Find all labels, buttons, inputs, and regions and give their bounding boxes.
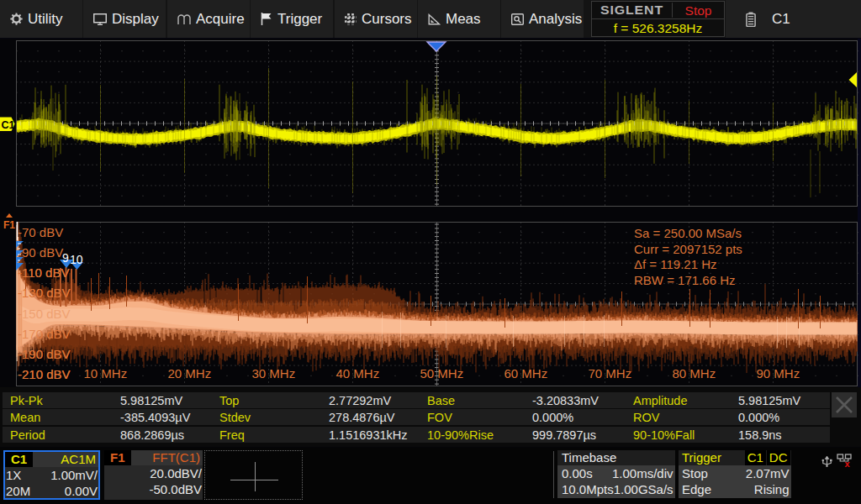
- svg-text:40 MHz: 40 MHz: [336, 366, 380, 381]
- svg-text:90 MHz: 90 MHz: [757, 366, 800, 381]
- svg-text:Curr = 2097152 pts: Curr = 2097152 pts: [634, 242, 742, 256]
- svg-text:C1: C1: [2, 119, 15, 131]
- svg-text:x: x: [845, 459, 851, 467]
- svg-text:60 MHz: 60 MHz: [504, 366, 548, 381]
- svg-text:10: 10: [70, 253, 83, 266]
- svg-text:Δf = 119.21 Hz: Δf = 119.21 Hz: [634, 257, 717, 271]
- svg-text:70 MHz: 70 MHz: [589, 366, 632, 381]
- svg-text:-90 dBV: -90 dBV: [18, 245, 63, 260]
- svg-text:-70 dBV: -70 dBV: [18, 225, 63, 239]
- svg-text:F1: F1: [3, 219, 15, 231]
- svg-text:50 MHz: 50 MHz: [420, 366, 464, 381]
- svg-text:20 MHz: 20 MHz: [168, 366, 212, 381]
- svg-text:80 MHz: 80 MHz: [673, 366, 716, 381]
- svg-text:9: 9: [62, 251, 69, 265]
- svg-text:30 MHz: 30 MHz: [252, 366, 296, 381]
- svg-text:-190 dBV: -190 dBV: [18, 347, 71, 361]
- svg-text:-130 dBV: -130 dBV: [18, 286, 71, 300]
- svg-text:RBW = 171.66 Hz: RBW = 171.66 Hz: [634, 273, 735, 287]
- svg-text:10 MHz: 10 MHz: [84, 366, 128, 381]
- svg-text:-170 dBV: -170 dBV: [18, 327, 71, 341]
- svg-text:-150 dBV: -150 dBV: [18, 307, 71, 321]
- svg-text:-110 dBV: -110 dBV: [18, 265, 69, 280]
- svg-text:Sa = 250.00 MSa/s: Sa = 250.00 MSa/s: [634, 226, 742, 240]
- svg-text:-210 dBV: -210 dBV: [18, 367, 71, 381]
